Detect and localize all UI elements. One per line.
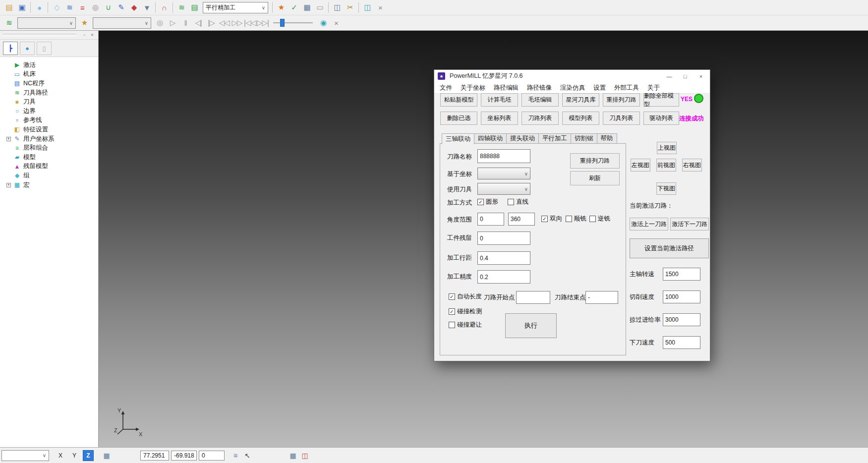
coord-x-field[interactable]: 77.2951	[140, 451, 169, 461]
explorer-tree-tab[interactable]: ┣	[3, 42, 18, 55]
save-project-icon[interactable]: ▣	[15, 1, 28, 14]
close-button[interactable]: ×	[693, 70, 709, 82]
delete-selected-button[interactable]: 删除已选	[440, 112, 477, 125]
auto-length-checkbox[interactable]: ✓	[449, 293, 455, 300]
toolbar-close-icon[interactable]: ×	[374, 1, 387, 14]
tree-item-nc-program[interactable]: ▤NC程序	[6, 79, 98, 88]
menu-path-edit[interactable]: 路径编辑	[494, 84, 519, 92]
coord-z-field[interactable]: 0	[199, 451, 225, 461]
coord-dropdown[interactable]: ∨	[477, 168, 530, 179]
dialog-titlebar[interactable]: ★ PowerMILL 忆梦星河 7.0.6 — □ ×	[434, 70, 710, 82]
panel-float-icon[interactable]: ▫	[80, 31, 88, 38]
panel-grip[interactable]	[2, 34, 76, 36]
execute-button[interactable]: 执行	[505, 313, 557, 338]
toolpath-icon[interactable]: ≋	[175, 1, 188, 14]
ball-tool-icon[interactable]: ◎	[89, 1, 102, 14]
end-point-input[interactable]: -	[585, 291, 618, 304]
line-checkbox[interactable]	[508, 199, 514, 205]
view-right-button[interactable]: 右视图	[682, 159, 702, 172]
fast-forward-icon[interactable]: ▷▷	[231, 16, 243, 29]
refresh-button[interactable]: 刷新	[570, 171, 620, 185]
activate-prev-button[interactable]: 激活上一刀路	[630, 218, 668, 231]
paste-model-button[interactable]: 粘贴新模型	[440, 93, 477, 107]
skim-feed-input[interactable]: 3000	[663, 313, 700, 326]
collision-avoid-checkbox[interactable]	[449, 322, 455, 328]
tree-item-boundaries[interactable]: ○边界	[6, 107, 98, 116]
menu-about[interactable]: 关于	[647, 84, 660, 92]
start-point-input[interactable]	[516, 291, 550, 304]
bidirectional-option[interactable]: ✓ 双向	[541, 215, 562, 223]
panel-close-icon[interactable]: ×	[88, 31, 96, 38]
activate-next-button[interactable]: 激活下一刀路	[670, 218, 709, 231]
climb-checkbox[interactable]	[566, 216, 572, 222]
spindle-speed-input[interactable]: 1500	[663, 268, 700, 281]
collision-check-option[interactable]: ✓ 碰撞检测	[449, 307, 482, 316]
collision-avoid-option[interactable]: 碰撞避让	[449, 321, 482, 329]
simbar-close-icon[interactable]: ×	[330, 16, 343, 29]
strategy-list-icon[interactable]: ▤	[188, 1, 201, 14]
conventional-checkbox[interactable]	[589, 216, 596, 222]
open-project-icon[interactable]: ▤	[2, 1, 15, 14]
circle-checkbox[interactable]: ✓	[477, 199, 484, 205]
menu-render-sim[interactable]: 渲染仿真	[560, 84, 585, 92]
tab-help[interactable]: 帮助	[597, 133, 617, 144]
menu-ext-tools[interactable]: 外部工具	[614, 84, 639, 92]
method-line-option[interactable]: 直线	[508, 198, 528, 206]
view-bottom-button[interactable]: 下视图	[656, 182, 676, 195]
table-icon[interactable]: ▦	[287, 450, 299, 461]
calculator-icon[interactable]: ▦	[300, 1, 313, 14]
tree-item-toolpaths[interactable]: ≋刀具路径	[6, 88, 98, 98]
expand-icon[interactable]: +	[6, 137, 11, 141]
ruler-icon[interactable]: ▭	[313, 1, 326, 14]
sim-toolpath-dropdown[interactable]: ∨	[17, 17, 76, 29]
go-start-icon[interactable]: |◁◁	[243, 16, 256, 29]
tree-item-macros[interactable]: +▦宏	[6, 180, 98, 190]
bidirectional-checkbox[interactable]: ✓	[541, 216, 548, 222]
sim-tool-dropdown[interactable]: ∨	[93, 17, 151, 29]
conventional-option[interactable]: 逆铣	[589, 215, 610, 223]
pause-icon[interactable]: ‖	[179, 16, 192, 29]
reorder-button[interactable]: 重排列刀路	[570, 153, 620, 169]
raster-toolpath-icon[interactable]: ≋	[63, 1, 76, 14]
menu-settings[interactable]: 设置	[593, 84, 606, 92]
tool-ok-icon[interactable]: ✓	[288, 1, 300, 14]
tab-3axis[interactable]: 三轴联动	[442, 133, 474, 144]
tree-item-activate[interactable]: ▶激活	[6, 60, 98, 70]
climb-option[interactable]: 顺铣	[566, 215, 586, 223]
tree-item-patterns[interactable]: ×参考线	[6, 116, 98, 125]
tab-head-tilt[interactable]: 摆头联动	[507, 133, 539, 144]
angle-from-input[interactable]: 0	[477, 213, 504, 226]
play-icon[interactable]: ▷	[166, 16, 179, 29]
go-end-icon[interactable]: ▷▷|	[256, 16, 269, 29]
cutting-feed-input[interactable]: 1000	[663, 290, 700, 303]
view-top-button[interactable]: 上视图	[657, 142, 677, 154]
tree-item-stock-models[interactable]: ▲残留模型	[6, 162, 98, 172]
sim-speed-slider[interactable]	[273, 19, 313, 27]
calc-block-button[interactable]: 计算毛坯	[481, 93, 518, 107]
lightbulb-icon[interactable]: ◎	[153, 16, 166, 29]
menu-file[interactable]: 文件	[440, 84, 452, 92]
model-list-button[interactable]: 模型列表	[562, 112, 599, 125]
tool-flame-icon[interactable]: ★	[275, 1, 288, 14]
toolpath-list-button[interactable]: 刀路列表	[521, 112, 559, 125]
tree-item-workplanes[interactable]: +✎用户坐标系	[6, 134, 98, 144]
levels-globe-tab[interactable]: ●	[20, 42, 35, 55]
maximize-button[interactable]: □	[677, 70, 693, 82]
stock-input[interactable]: 0	[477, 232, 530, 245]
x-toggle-button[interactable]: X	[55, 450, 66, 461]
tree-item-machine[interactable]: ▭机床	[6, 70, 98, 79]
minimize-button[interactable]: —	[661, 70, 677, 82]
reorder-toolpaths-button[interactable]: 重排列刀路	[603, 93, 640, 107]
method-circle-option[interactable]: ✓ 圆形	[477, 198, 498, 206]
tool-compare-icon[interactable]: ◫	[331, 1, 344, 14]
z-toggle-button[interactable]: Z	[83, 450, 94, 461]
tree-item-models[interactable]: ▰模型	[6, 153, 98, 162]
cursor-icon[interactable]: ↖	[241, 450, 253, 461]
block-icon[interactable]: ◇	[50, 1, 63, 14]
tab-parallel[interactable]: 平行加工	[539, 133, 571, 144]
collision-icon[interactable]: ∩	[158, 1, 171, 14]
tab-saw[interactable]: 切割锯	[571, 133, 597, 144]
tree-item-groups[interactable]: ◆组	[6, 171, 98, 180]
tree-item-feature-sets[interactable]: ◧特征设置	[6, 125, 98, 134]
step-forward-icon[interactable]: |▷	[205, 16, 218, 29]
